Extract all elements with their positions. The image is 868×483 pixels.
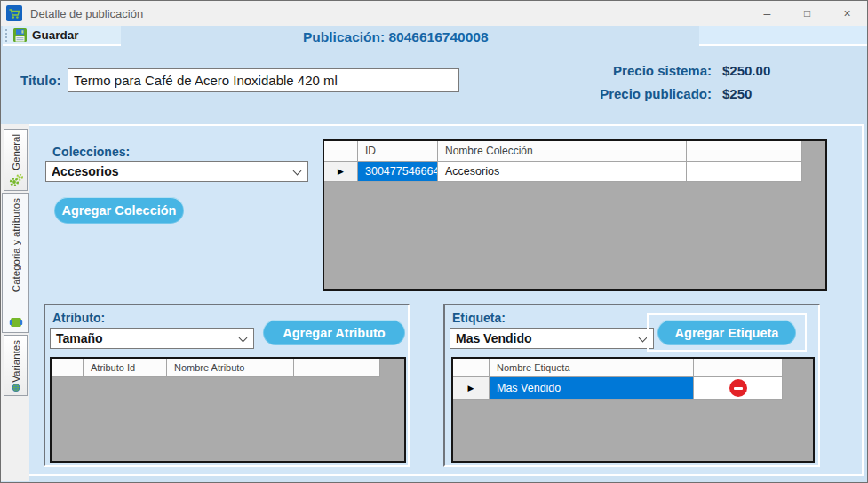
grid-header-spacer [453, 359, 490, 377]
close-icon[interactable]: × [827, 1, 867, 26]
save-button[interactable]: Guardar [3, 26, 121, 46]
grid-header-spacer [52, 359, 84, 377]
attributes-col-name[interactable]: Nombre Atributo [167, 359, 294, 377]
collections-grid-header: ID Nombre Colección [324, 141, 825, 162]
publication-id-header: Publicación: 8046616740008 [303, 29, 489, 45]
system-price-value: $250.00 [722, 63, 770, 78]
tags-grid-header: Nombre Etiqueta [453, 359, 813, 377]
collections-col-name[interactable]: Nombre Colección [438, 141, 687, 162]
package-icon [9, 315, 23, 329]
attributes-col-id[interactable]: Atributo Id [84, 359, 167, 377]
chevron-down-icon [239, 334, 248, 343]
tag-label: Etiqueta: [452, 311, 506, 325]
publication-detail-window: Detalle de publicación – □ × Guardar Pub… [0, 0, 868, 483]
chevron-down-icon [639, 334, 648, 343]
minimize-icon[interactable]: – [747, 1, 787, 26]
add-attribute-button[interactable]: Agregar Atributo [263, 320, 405, 345]
collection-id-cell[interactable]: 300477546664 [358, 162, 438, 182]
collections-col-id[interactable]: ID [358, 141, 438, 162]
globe-icon [9, 383, 23, 392]
tab-variantes[interactable]: Variantes [4, 335, 28, 396]
titlebar: Detalle de publicación – □ × [1, 1, 867, 26]
gears-icon [9, 173, 23, 187]
delete-tag-icon[interactable] [729, 379, 747, 397]
title-input[interactable] [68, 68, 459, 92]
collections-label: Colecciones: [52, 145, 130, 159]
tab-general-label: General [11, 134, 21, 170]
tag-name-cell[interactable]: Mas Vendido [490, 377, 694, 400]
grid-header-spacer [694, 359, 783, 377]
add-collection-button[interactable]: Agregar Colección [54, 197, 184, 224]
chevron-down-icon [293, 167, 302, 176]
system-price-label: Precio sistema: [550, 63, 712, 78]
attributes-grid-header: Atributo Id Nombre Atributo [52, 359, 404, 377]
save-button-label: Guardar [32, 28, 79, 42]
tag-dropdown-value: Mas Vendido [456, 331, 532, 345]
delete-cell[interactable] [694, 377, 783, 400]
collection-name-cell[interactable]: Accesorios [438, 162, 687, 182]
table-row[interactable]: ▶ 300477546664 Accesorios [324, 162, 825, 182]
tab-variantes-label: Variantes [11, 340, 21, 383]
window-title: Detalle de publicación [30, 7, 143, 20]
table-row[interactable]: ▶ Mas Vendido [453, 377, 813, 400]
toolbar-grip [4, 28, 8, 43]
window-controls: – □ × [747, 1, 867, 26]
attributes-grid[interactable]: Atributo Id Nombre Atributo [50, 357, 406, 463]
collections-dropdown[interactable]: Accesorios [45, 161, 308, 182]
grid-header-spacer [324, 141, 358, 162]
published-price-label: Precio publicado: [532, 86, 712, 101]
tab-categoria-label: Categoria y atributos [11, 198, 21, 292]
collections-grid[interactable]: ID Nombre Colección ▶ 300477546664 Acces… [323, 139, 827, 291]
grid-header-spacer [687, 141, 802, 162]
attribute-dropdown-value: Tamaño [56, 331, 103, 345]
tab-categoria-y-atributos[interactable]: Categoria y atributos [2, 193, 29, 333]
cart-app-icon [6, 5, 22, 21]
published-price-value: $250 [722, 86, 752, 101]
row-selector-icon[interactable]: ▶ [324, 162, 358, 182]
tag-dropdown[interactable]: Mas Vendido [450, 328, 654, 349]
maximize-icon[interactable]: □ [787, 1, 827, 26]
floppy-save-icon [12, 28, 28, 43]
toolbar-right-panel [699, 26, 868, 46]
title-field-label: Titulo: [20, 73, 61, 88]
attribute-label: Atributo: [52, 311, 105, 325]
grid-header-spacer [294, 359, 380, 377]
attribute-dropdown[interactable]: Tamaño [50, 328, 254, 349]
tags-col-name[interactable]: Nombre Etiqueta [490, 359, 694, 377]
empty-cell[interactable] [687, 162, 802, 182]
add-tag-button[interactable]: Agregar Etiqueta [657, 320, 796, 345]
tab-general[interactable]: General [4, 129, 28, 191]
collections-dropdown-value: Accesorios [52, 164, 118, 178]
tags-grid[interactable]: Nombre Etiqueta ▶ Mas Vendido [451, 357, 815, 463]
row-selector-icon[interactable]: ▶ [453, 377, 490, 400]
